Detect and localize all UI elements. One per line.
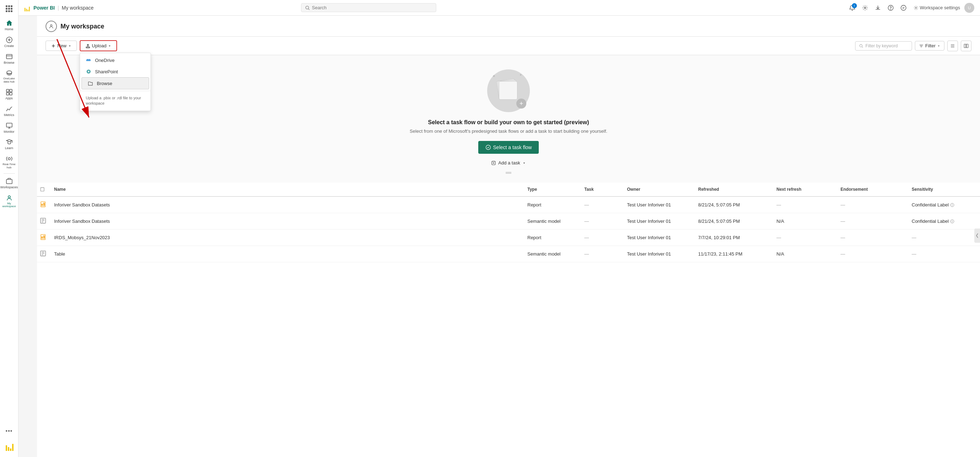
- info-icon: [950, 203, 955, 207]
- filter-keyword-input[interactable]: Filter by keyword: [855, 41, 912, 51]
- powerbi-topbar-logo: [24, 4, 31, 11]
- svg-point-15: [8, 196, 10, 198]
- sidebar-item-learn[interactable]: Learn: [1, 136, 18, 152]
- topbar-brand: Power BI | My workspace: [24, 4, 94, 11]
- sidebar-item-onelake[interactable]: OneLakedata hub: [1, 67, 18, 86]
- select-taskflow-button[interactable]: Select a task flow: [478, 141, 539, 154]
- filter-icon: [919, 43, 924, 48]
- sidebar-more-btn[interactable]: •••: [1, 426, 18, 436]
- browse-option[interactable]: Browse: [81, 77, 149, 89]
- search-input[interactable]: [312, 5, 432, 10]
- row4-icon-cell: [37, 247, 51, 261]
- sidebar: Home Create Browse OneLakedata hub Apps …: [0, 0, 19, 457]
- sidebar-item-myworkspace-label: Myworkspace: [2, 202, 16, 209]
- list-icon: [950, 43, 955, 48]
- svg-rect-20: [25, 8, 25, 11]
- notifications-btn[interactable]: 1: [846, 2, 858, 14]
- svg-rect-10: [6, 123, 12, 127]
- help-btn[interactable]: [885, 2, 896, 14]
- svg-rect-55: [41, 204, 43, 206]
- svg-rect-22: [27, 10, 29, 11]
- add-task-button[interactable]: Add a task: [487, 158, 530, 168]
- main-content: My workspace New Upload OneDrive: [37, 16, 980, 457]
- svg-rect-46: [966, 44, 968, 48]
- sidebar-item-realtime-label: Real-Timehub: [3, 163, 16, 169]
- chevron-down-icon: [68, 44, 72, 48]
- svg-rect-16: [6, 445, 7, 451]
- collapse-right-panel[interactable]: [974, 228, 980, 243]
- row2-name: Inforiver Sandbox Datasets: [54, 218, 110, 224]
- empty-state-subtitle: Select from one of Microsoft's predesign…: [410, 129, 607, 134]
- workspace-icon: [46, 21, 57, 32]
- upload-button[interactable]: Upload: [80, 40, 117, 51]
- sidebar-item-workspaces[interactable]: Workspaces: [1, 175, 18, 191]
- sidebar-item-apps[interactable]: Apps: [1, 86, 18, 102]
- row3-icon-cell: [37, 231, 51, 244]
- sidebar-item-home[interactable]: Home: [1, 18, 18, 33]
- edit-columns-btn[interactable]: [961, 41, 972, 51]
- svg-rect-53: [41, 188, 44, 191]
- svg-rect-7: [10, 89, 12, 92]
- notif-badge: 1: [852, 3, 857, 8]
- svg-rect-17: [8, 447, 9, 451]
- sidebar-item-learn-label: Learn: [5, 146, 13, 150]
- download-btn[interactable]: [872, 2, 884, 14]
- empty-state: ✦ ✦ ✦ + Select a task flow or build your…: [37, 55, 980, 183]
- sidebar-item-apps-label: Apps: [5, 96, 13, 100]
- sidebar-item-myworkspace[interactable]: Myworkspace: [1, 192, 18, 211]
- table-row[interactable]: IRDS_Mobsys_21Nov2023 Report — Test User…: [37, 229, 980, 246]
- upload-button-label: Upload: [92, 43, 107, 48]
- row3-endorsement-cell: —: [838, 232, 909, 243]
- row1-nextrefresh-cell: —: [773, 199, 838, 210]
- svg-line-25: [308, 8, 309, 10]
- topbar: Power BI | My workspace 1 Workspace sett…: [19, 0, 980, 16]
- row3-refreshed-cell: 7/7/24, 10:29:01 PM: [695, 232, 773, 243]
- svg-point-36: [88, 71, 90, 73]
- topbar-search[interactable]: [301, 3, 436, 12]
- user-chat-btn[interactable]: [898, 2, 909, 14]
- semantic-icon: [40, 218, 46, 224]
- sharepoint-icon: [86, 69, 91, 74]
- row3-type-cell: Report: [525, 232, 581, 243]
- row1-name: Inforiver Sandbox Datasets: [54, 202, 110, 207]
- sidebar-item-monitor-label: Monitor: [3, 130, 14, 134]
- table-row[interactable]: Table Semantic model — Test User Inforiv…: [37, 246, 980, 262]
- row4-endorsement-cell: —: [838, 248, 909, 260]
- row1-task-cell: —: [581, 199, 624, 210]
- list-view-btn[interactable]: [947, 41, 958, 51]
- sidebar-item-appsgrid[interactable]: [1, 3, 18, 14]
- avatar[interactable]: U: [964, 3, 974, 13]
- sidebar-item-create[interactable]: Create: [1, 34, 18, 50]
- table-header: Name Type Task Owner Refreshed Next refr…: [37, 183, 980, 197]
- row1-icon-cell: [37, 198, 51, 212]
- table-row[interactable]: Inforiver Sandbox Datasets Report — Test…: [37, 197, 980, 213]
- settings-btn[interactable]: [859, 2, 871, 14]
- workspace-settings-label: Workspace settings: [920, 5, 960, 10]
- workspace-settings-btn[interactable]: Workspace settings: [911, 3, 963, 12]
- sidebar-item-realtime[interactable]: Real-Timehub: [1, 153, 18, 172]
- sidebar-item-monitor[interactable]: Monitor: [1, 120, 18, 136]
- add-task-chevron-icon: [522, 161, 526, 165]
- taskflow-icon: [485, 145, 491, 150]
- add-task-icon: [491, 161, 496, 166]
- sidebar-item-browse[interactable]: Browse: [1, 51, 18, 67]
- svg-rect-14: [6, 179, 12, 184]
- filter-chevron-icon: [937, 44, 940, 48]
- svg-rect-68: [41, 236, 43, 239]
- chevron-left-icon: [976, 233, 978, 238]
- resize-handle[interactable]: [503, 170, 514, 175]
- row4-name-cell: Table: [51, 248, 525, 260]
- row2-nextrefresh-cell: N/A: [773, 216, 838, 227]
- plus-circle: +: [516, 99, 526, 108]
- columns-icon: [964, 43, 969, 48]
- sharepoint-option[interactable]: SharePoint: [80, 66, 151, 77]
- filter-button[interactable]: Filter: [915, 41, 944, 51]
- filter-label: Filter: [925, 43, 935, 48]
- svg-rect-19: [12, 444, 14, 451]
- powerbi-logo: [3, 440, 16, 454]
- table-row[interactable]: Inforiver Sandbox Datasets Semantic mode…: [37, 213, 980, 229]
- new-button[interactable]: New: [46, 41, 77, 51]
- onedrive-option[interactable]: OneDrive: [80, 54, 151, 66]
- svg-rect-34: [86, 47, 90, 48]
- sidebar-item-metrics[interactable]: Metrics: [1, 103, 18, 119]
